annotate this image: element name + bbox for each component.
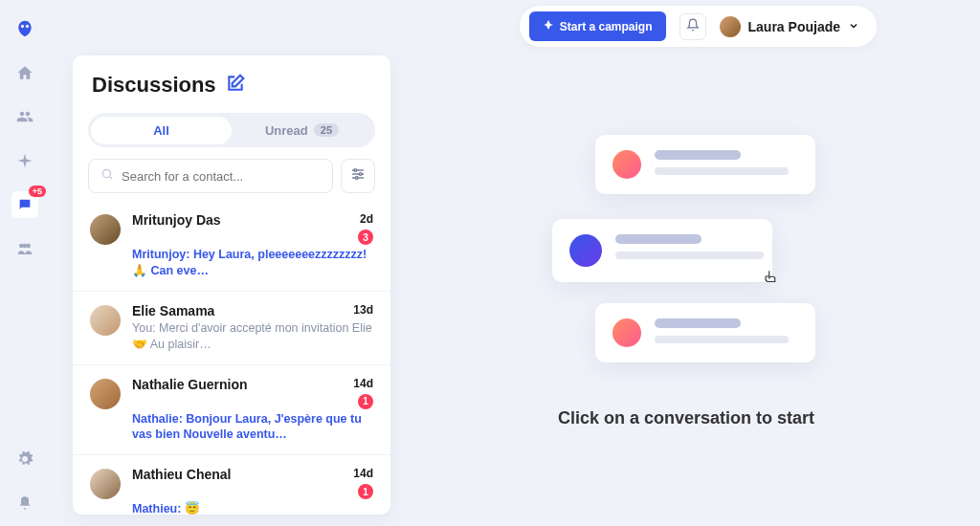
unread-badge: 3 [358, 230, 373, 245]
contact-name: Mritunjoy Das [132, 212, 221, 228]
top-bar: Start a campaign Laura Poujade [520, 6, 877, 47]
tab-all-label: All [153, 123, 169, 138]
compose-icon[interactable] [226, 74, 245, 97]
empty-state-illustration [543, 135, 830, 384]
search-box[interactable] [88, 159, 333, 193]
contact-name: Elie Samama [132, 303, 214, 318]
start-campaign-label: Start a campaign [560, 20, 653, 33]
page-title: Discussions [92, 73, 216, 98]
message-preview: You: Merci d'avoir accepté mon invitatio… [132, 320, 373, 353]
svg-point-10 [355, 177, 358, 180]
sidebar-item-team[interactable] [11, 235, 38, 262]
sliders-icon [350, 166, 366, 186]
sidebar-item-campaigns[interactable] [11, 147, 38, 174]
bell-icon [686, 18, 700, 35]
bubble-avatar [612, 318, 641, 347]
timestamp: 2d [360, 212, 373, 226]
tab-all[interactable]: All [91, 117, 232, 144]
svg-point-2 [23, 244, 28, 249]
sidebar-item-contacts[interactable] [11, 103, 38, 130]
unread-count-badge: 25 [314, 123, 339, 137]
discussions-header: Discussions [73, 55, 390, 107]
svg-point-3 [102, 169, 110, 177]
tab-unread[interactable]: Unread 25 [232, 117, 372, 144]
discussions-panel: Discussions All Unread 25 Mritunjoy Das2… [73, 55, 390, 515]
list-item[interactable]: Mritunjoy Das2d3Mritunjoy: Hey Laura, pl… [73, 201, 390, 292]
list-item[interactable]: Nathalie Guernion14d1Nathalie: Bonjour L… [73, 365, 390, 456]
contact-name: Mathieu Chenal [132, 467, 231, 482]
avatar [90, 305, 121, 336]
user-menu[interactable]: Laura Poujade [720, 16, 859, 37]
empty-state: Click on a conversation to start [412, 55, 961, 507]
avatar [720, 16, 741, 37]
filter-button[interactable] [341, 159, 375, 193]
bubble-card [595, 303, 815, 362]
conversation-body: Nathalie Guernion14d1Nathalie: Bonjour L… [132, 377, 373, 444]
contact-name: Nathalie Guernion [132, 377, 248, 392]
sidebar-item-settings[interactable] [11, 446, 38, 472]
list-item[interactable]: Mathieu Chenal14d1Mathieu: 😇 [73, 455, 390, 515]
unread-badge: 1 [358, 394, 373, 409]
app-logo[interactable] [11, 15, 38, 42]
bubble-card [595, 135, 815, 194]
list-item[interactable]: Elie Samama13dYou: Merci d'avoir accepté… [73, 292, 390, 365]
chevron-down-icon [848, 18, 859, 35]
timestamp: 14d [353, 467, 373, 480]
sidebar-item-alerts[interactable] [11, 490, 38, 516]
rocket-icon [543, 19, 554, 33]
search-row [88, 159, 375, 193]
conversation-body: Mritunjoy Das2d3Mritunjoy: Hey Laura, pl… [132, 212, 373, 279]
message-preview: Mritunjoy: Hey Laura, pleeeeeeezzzzzzzz!… [132, 247, 373, 279]
conversation-body: Mathieu Chenal14d1Mathieu: 😇 [132, 467, 373, 515]
avatar [90, 469, 121, 499]
conversation-list[interactable]: Mritunjoy Das2d3Mritunjoy: Hey Laura, pl… [73, 201, 390, 515]
filter-tabs: All Unread 25 [88, 113, 375, 147]
search-icon [100, 167, 114, 185]
tab-unread-label: Unread [265, 123, 308, 138]
svg-point-8 [359, 173, 362, 176]
unread-badge: 1 [358, 484, 373, 499]
avatar [90, 214, 121, 245]
sidebar-item-chat[interactable]: +5 [11, 191, 38, 218]
start-campaign-button[interactable]: Start a campaign [529, 11, 666, 41]
timestamp: 14d [353, 377, 373, 390]
empty-state-message: Click on a conversation to start [558, 408, 814, 428]
cursor-icon [763, 269, 780, 290]
notifications-button[interactable] [679, 13, 706, 40]
search-input[interactable] [122, 169, 321, 184]
user-name-label: Laura Poujade [748, 19, 840, 34]
bubble-avatar [569, 234, 602, 267]
bubble-card [552, 219, 772, 282]
avatar [90, 379, 121, 409]
svg-line-4 [109, 176, 112, 179]
conversation-body: Elie Samama13dYou: Merci d'avoir accepté… [132, 303, 373, 353]
svg-point-6 [354, 169, 357, 172]
message-preview: Mathieu: 😇 [132, 501, 373, 515]
chat-badge: +5 [29, 186, 46, 197]
timestamp: 13d [353, 303, 373, 317]
message-preview: Nathalie: Bonjour Laura, J'espère que tu… [132, 411, 373, 444]
sidebar-item-home[interactable] [11, 59, 38, 86]
sidebar-bottom [0, 446, 50, 516]
bubble-avatar [612, 150, 641, 179]
